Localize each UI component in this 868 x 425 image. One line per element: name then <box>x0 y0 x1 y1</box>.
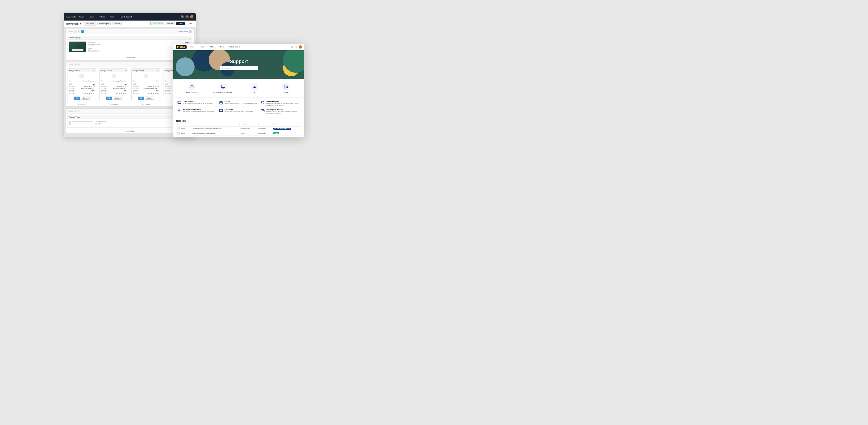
nav-icon-menu-1[interactable]: ⊞ <box>93 69 95 71</box>
publish-button[interactable]: Publish <box>176 22 185 25</box>
preview-window: TACTIVE Teams News Offices Tools Help & … <box>173 44 304 137</box>
service-remote-network[interactable]: Remote Network Setup Request virtual ass… <box>176 107 218 115</box>
delete-nav-icon-3[interactable]: Delete <box>145 96 154 100</box>
col-header-requester: Requester <box>257 123 272 126</box>
section-font-icon[interactable]: A <box>74 30 76 33</box>
module-header-search-highlight: Search Highlight ⋮ <box>67 36 192 40</box>
nav-icon-circle-3 <box>144 74 148 78</box>
nav-icon-circle-2 <box>112 74 116 78</box>
preview-nav-icon-hr[interactable]: Human Resources <box>176 82 208 94</box>
preview-settings-icon[interactable]: ⚙ <box>294 46 298 49</box>
section-font-icon-2[interactable]: A <box>74 63 76 66</box>
service-events[interactable]: Events Reserve technical assistance for … <box>218 100 260 107</box>
module-name-request-types: Request Types <box>69 116 80 118</box>
table-header-row: Reference Summary Service Desk Requester… <box>176 123 302 126</box>
preview-nav-tools[interactable]: Tools <box>219 46 226 48</box>
security-title: Security Inquiry <box>266 101 301 102</box>
preview-nav-news[interactable]: News <box>198 46 206 48</box>
col-header-summary: Summary <box>191 123 238 126</box>
add-module-col-2[interactable]: + Add Module <box>98 102 130 106</box>
user-avatar[interactable] <box>190 15 193 19</box>
table-row[interactable]: 📋 XSD-4 Remote assistance needed for eve… <box>176 131 302 135</box>
preview-services-grid: Order a Device Order a new computer, pho… <box>173 97 304 118</box>
nav-icon-module-header-3: Navigation Icon ⊞ <box>132 69 160 72</box>
rt-icon-2 <box>69 123 71 125</box>
module-name-search-highlight: Search Highlight <box>69 37 81 38</box>
request-types-preview <box>69 121 93 125</box>
import-export-button[interactable]: Import/Export <box>97 22 111 25</box>
section-edit-icon[interactable]: ✎ <box>78 30 81 33</box>
brand-logo: TACTIVE <box>66 16 76 18</box>
status-badge-open: OPEN <box>273 132 280 134</box>
table-row[interactable]: 📋 XSD-5 Seeking approval to expense ergo… <box>176 126 302 131</box>
section-font-icon-3[interactable]: A <box>74 110 76 112</box>
nav-icon-module-2: Navigation Icon ⊞ TitleTechnology Polici… <box>99 68 128 101</box>
nav-news[interactable]: News <box>88 16 96 19</box>
service-order-device[interactable]: Order a Device Order a new computer, pho… <box>176 100 218 107</box>
module-menu-icon[interactable]: ⋮ <box>189 36 191 39</box>
background-color-label: Background color <box>88 44 100 45</box>
col-header-status: Status <box>272 123 302 126</box>
text-size-label: Primary text size <box>88 50 99 52</box>
section-close-1[interactable]: × <box>189 30 192 33</box>
preview-search-icon[interactable]: 🔍 <box>290 46 293 49</box>
section-active-icon[interactable]: ✦ <box>81 30 84 33</box>
templates-button[interactable]: Templates ▾ <box>84 22 96 26</box>
nav-tools[interactable]: Tools <box>109 16 117 19</box>
versions-button[interactable]: Versions <box>112 22 122 25</box>
add-module-col-3[interactable]: + Add Module <box>130 102 162 106</box>
preview-user-avatar[interactable] <box>299 45 302 49</box>
preview-nav-offices[interactable]: Offices <box>208 46 217 48</box>
col-header-reference: Reference <box>176 123 191 126</box>
preview-nav-icon-faq[interactable]: FAQ <box>239 82 270 94</box>
preview-nav-icon-tech[interactable]: Technology Policies & Guides <box>208 82 239 94</box>
add-column-button[interactable]: + Add Column <box>178 31 188 33</box>
remote-network-icon <box>177 109 181 113</box>
add-module-col-1[interactable]: + Add Module <box>66 102 98 106</box>
hero-search-icon: 🔍 <box>221 67 224 69</box>
svg-rect-2 <box>221 85 225 88</box>
col-header-service-desk: Service Desk <box>238 123 257 126</box>
edit-nav-icon-2[interactable]: Edit <box>106 96 112 100</box>
order-device-icon <box>177 101 181 105</box>
nav-icon-module-name-3: Navigation Icon <box>133 69 144 71</box>
hero-search-bar[interactable]: 🔍 Search <box>220 66 258 70</box>
section-title-3: No title <box>68 110 73 112</box>
installation-desc: Request help installing new devices and … <box>224 111 253 113</box>
section-edit-icon-2[interactable]: ✎ <box>78 63 81 66</box>
svg-point-1 <box>192 85 193 86</box>
nav-icon-col-3: Navigation Icon ⊞ TitleFAQ Image ty...ic… <box>130 67 162 106</box>
settings-icon[interactable]: ⚙ <box>185 15 189 19</box>
nav-icon-menu-3[interactable]: ⊞ <box>157 69 158 71</box>
delete-nav-icon-1[interactable]: Delete <box>81 96 90 100</box>
requests-title: Requests <box>176 120 302 122</box>
edit-nav-icon-3[interactable]: Edit <box>138 96 144 100</box>
search-icon[interactable]: 🔍 <box>181 15 184 19</box>
preview-nav-icon-support[interactable]: Support <box>270 82 302 94</box>
requests-table: Reference Summary Service Desk Requester… <box>176 123 302 136</box>
editor-toolbar: Tactive Support Templates ▾ Import/Expor… <box>64 21 196 27</box>
cell-summary-2: Remote assistance needed for event <box>191 131 238 135</box>
subscription-icon <box>261 109 265 113</box>
delete-nav-icon-2[interactable]: Delete <box>113 96 122 100</box>
service-subscription[interactable]: Subscription Request Request approval to… <box>260 107 302 115</box>
order-device-desc: Order a new computer, phone, printer or … <box>183 103 214 105</box>
cell-requester-2: Louise Hayes <box>257 131 272 135</box>
service-installation[interactable]: Installation Request help installing new… <box>218 107 260 115</box>
edit-nav-icon-1[interactable]: Edit <box>73 96 80 100</box>
cell-requester-1: Anson Chan <box>257 126 272 131</box>
nav-offices[interactable]: Offices <box>98 16 107 19</box>
rt-preview-item-2 <box>69 123 93 125</box>
search-bar-preview <box>72 49 84 51</box>
nav-icon-menu-2[interactable]: ⊞ <box>125 69 127 71</box>
service-security[interactable]: Security Inquiry Request assistance with… <box>260 100 302 107</box>
preview-button[interactable]: Preview <box>165 22 175 25</box>
rt-preview-item-1 <box>69 121 93 123</box>
events-title: Events <box>224 101 258 102</box>
preview-nav-teams[interactable]: Teams <box>188 46 197 48</box>
nav-help-support[interactable]: Help & Support <box>119 16 134 19</box>
nav-teams[interactable]: Teams <box>78 16 86 19</box>
preview-nav-help-support[interactable]: Help & Support <box>228 46 243 48</box>
close-button[interactable]: Close <box>186 22 193 25</box>
section-edit-icon-3[interactable]: ✎ <box>78 110 81 112</box>
